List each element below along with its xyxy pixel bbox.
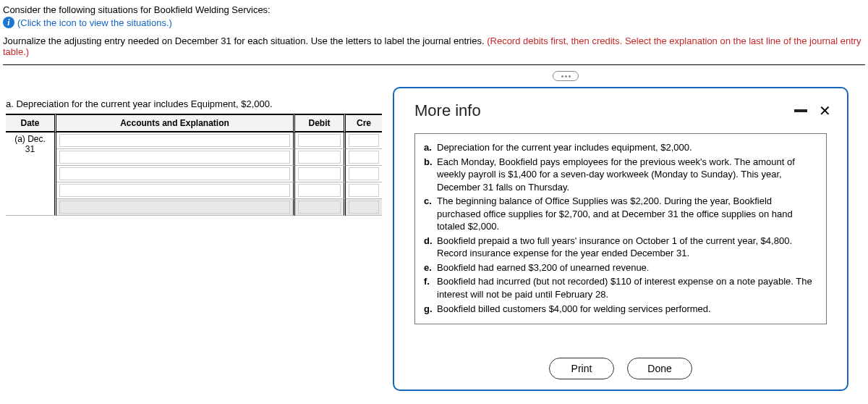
debit-input[interactable]: [298, 167, 341, 180]
table-row: [6, 182, 382, 199]
journal-table: Date Accounts and Explanation Debit Cre …: [6, 114, 382, 216]
date-cell: (a) Dec. 31: [6, 132, 56, 216]
explanation-input[interactable]: [59, 201, 290, 214]
minimize-icon[interactable]: [794, 109, 807, 112]
account-input[interactable]: [59, 134, 290, 147]
list-item: a.Depreciation for the current year incl…: [424, 141, 817, 154]
col-header-debit: Debit: [295, 114, 346, 132]
col-header-credit: Cre: [346, 114, 382, 132]
close-icon[interactable]: ✕: [819, 104, 831, 118]
list-item: b.Each Monday, Bookfield pays employees …: [424, 156, 817, 194]
separator-top: [3, 64, 865, 65]
intro-line-1: Consider the following situations for Bo…: [3, 4, 865, 15]
debit-input[interactable]: [298, 201, 341, 214]
list-item: g.Bookfield billed customers $4,000 for …: [424, 303, 817, 316]
table-row: [6, 149, 382, 166]
list-item: f.Bookfield had incurred (but not record…: [424, 275, 817, 300]
account-input[interactable]: [59, 167, 290, 180]
credit-input[interactable]: [349, 201, 379, 214]
account-input[interactable]: [59, 151, 290, 164]
credit-input[interactable]: [349, 167, 379, 180]
intro-line-3a: Journalize the adjusting entry needed on…: [3, 35, 487, 46]
debit-input[interactable]: [298, 151, 341, 164]
table-row: [6, 199, 382, 216]
account-input[interactable]: [59, 184, 290, 197]
info-icon[interactable]: i: [3, 17, 14, 28]
info-box: a.Depreciation for the current year incl…: [414, 133, 827, 324]
list-item: e.Bookfield had earned $3,200 of unearne…: [424, 261, 817, 274]
col-header-accounts: Accounts and Explanation: [56, 114, 295, 132]
debit-input[interactable]: [298, 184, 341, 197]
list-item: c.The beginning balance of Office Suppli…: [424, 195, 817, 233]
modal-title: More info: [410, 101, 481, 120]
col-header-date: Date: [6, 114, 56, 132]
credit-input[interactable]: [349, 184, 379, 197]
more-info-modal: More info ✕ a.Depreciation for the curre…: [393, 87, 848, 391]
debit-input[interactable]: [298, 134, 341, 147]
done-button[interactable]: Done: [627, 358, 692, 379]
list-item: d.Bookfield prepaid a two full years' in…: [424, 235, 817, 260]
print-button[interactable]: Print: [549, 358, 614, 379]
intro-line-2[interactable]: (Click the icon to view the situations.): [17, 17, 172, 28]
table-row: (a) Dec. 31: [6, 132, 382, 149]
table-row: [6, 166, 382, 182]
collapse-pill[interactable]: [553, 71, 579, 81]
credit-input[interactable]: [349, 151, 379, 164]
credit-input[interactable]: [349, 134, 379, 147]
